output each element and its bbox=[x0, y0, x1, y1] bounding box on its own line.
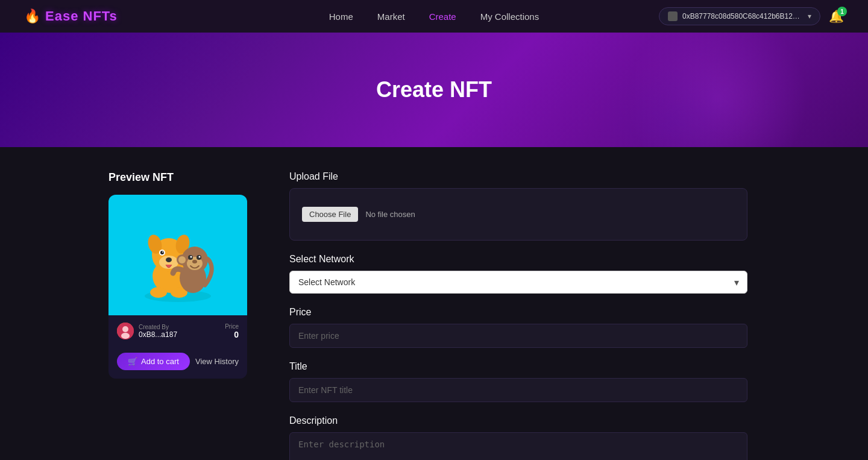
nav-market[interactable]: Market bbox=[377, 11, 405, 22]
form-section: Upload File Choose File No file chosen S… bbox=[289, 171, 747, 460]
price-value: 0 bbox=[225, 330, 239, 339]
preview-title: Preview NFT bbox=[108, 171, 253, 184]
add-to-cart-label: Add to cart bbox=[141, 357, 179, 366]
main-nav: Home Market Create My Collections bbox=[329, 11, 539, 22]
no-file-text: No file chosen bbox=[365, 210, 415, 219]
logo-text: Ease NFTs bbox=[45, 8, 118, 24]
svg-point-10 bbox=[162, 251, 163, 253]
nft-card-actions: 🛒 Add to cart View History bbox=[108, 347, 247, 379]
nft-card: Created By 0xB8...a187 Price 0 🛒 Add to … bbox=[108, 195, 247, 379]
price-label: Price bbox=[225, 323, 239, 330]
wallet-icon bbox=[668, 11, 678, 21]
creator-avatar bbox=[117, 323, 134, 339]
logo: 🔥 Ease NFTs bbox=[24, 8, 118, 24]
title-group: Title bbox=[289, 361, 747, 402]
cart-icon: 🛒 bbox=[128, 357, 137, 366]
choose-file-button[interactable]: Choose File bbox=[302, 207, 358, 222]
network-label: Select Network bbox=[289, 254, 747, 265]
description-textarea[interactable] bbox=[289, 432, 747, 460]
svg-point-25 bbox=[121, 333, 130, 339]
upload-label: Upload File bbox=[289, 171, 747, 182]
nft-creator-left: Created By 0xB8...a187 bbox=[117, 323, 177, 339]
add-to-cart-button[interactable]: 🛒 Add to cart bbox=[117, 353, 190, 370]
price-field-label: Price bbox=[289, 307, 747, 318]
upload-box: Choose File No file chosen bbox=[289, 188, 747, 241]
preview-section: Preview NFT bbox=[108, 171, 253, 379]
nft-creator-row: Created By 0xB8...a187 Price 0 bbox=[117, 323, 239, 339]
network-select-wrapper: Select Network Ethereum Binance Smart Ch… bbox=[289, 271, 747, 294]
description-group: Description bbox=[289, 415, 747, 460]
description-label: Description bbox=[289, 415, 747, 426]
wallet-button[interactable]: 0xB87778c08d580C68c412b6B12970d5353D7Ea1… bbox=[659, 7, 820, 25]
upload-file-group: Upload File Choose File No file chosen bbox=[289, 171, 747, 241]
hero-banner: Create NFT bbox=[0, 33, 868, 147]
notification-badge: 1 bbox=[837, 7, 847, 16]
creator-info: Created By 0xB8...a187 bbox=[139, 324, 177, 339]
svg-point-9 bbox=[160, 251, 164, 254]
nft-image bbox=[108, 195, 247, 315]
header-right: 0xB87778c08d580C68c412b6B12970d5353D7Ea1… bbox=[659, 7, 844, 25]
svg-point-19 bbox=[199, 256, 201, 258]
logo-icon: 🔥 bbox=[24, 8, 40, 24]
nav-home[interactable]: Home bbox=[329, 11, 353, 22]
price-group: Price bbox=[289, 307, 747, 348]
svg-point-22 bbox=[192, 260, 197, 263]
nav-create[interactable]: Create bbox=[429, 11, 456, 22]
select-network-group: Select Network Select Network Ethereum B… bbox=[289, 254, 747, 294]
main-content: Preview NFT bbox=[0, 147, 868, 460]
price-input[interactable] bbox=[289, 324, 747, 348]
creator-label: Created By bbox=[139, 324, 177, 330]
title-field-label: Title bbox=[289, 361, 747, 372]
svg-point-21 bbox=[178, 256, 186, 263]
svg-point-11 bbox=[150, 287, 167, 298]
title-input[interactable] bbox=[289, 378, 747, 402]
wallet-chevron-icon: ▾ bbox=[808, 12, 811, 20]
view-history-link[interactable]: View History bbox=[195, 357, 239, 366]
nav-collections[interactable]: My Collections bbox=[480, 11, 539, 22]
notification-button[interactable]: 🔔 1 bbox=[829, 9, 844, 24]
creator-address: 0xB8...a187 bbox=[139, 330, 177, 339]
nft-card-footer: Created By 0xB8...a187 Price 0 bbox=[108, 315, 247, 347]
network-select[interactable]: Select Network Ethereum Binance Smart Ch… bbox=[289, 271, 747, 294]
svg-point-7 bbox=[166, 257, 172, 262]
wallet-address: 0xB87778c08d580C68c412b6B12970d5353D7Ea1… bbox=[682, 12, 803, 20]
nft-artwork bbox=[130, 207, 226, 303]
header: 🔥 Ease NFTs Home Market Create My Collec… bbox=[0, 0, 868, 33]
svg-point-24 bbox=[122, 326, 128, 332]
price-info: Price 0 bbox=[225, 323, 239, 339]
svg-point-18 bbox=[190, 256, 192, 258]
hero-title: Create NFT bbox=[376, 77, 492, 102]
